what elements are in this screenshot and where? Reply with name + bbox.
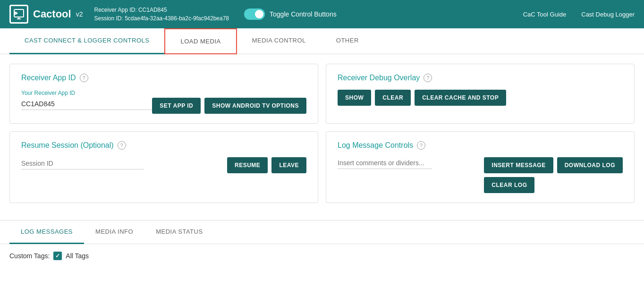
- receiver-debug-overlay-buttons: SHOW CLEAR CLEAR CACHE AND STOP: [338, 90, 623, 106]
- tab-load-media[interactable]: LOAD MEDIA: [164, 28, 237, 54]
- custom-tags-label: Custom Tags:: [9, 252, 50, 260]
- app-header: Cactool v2 Receiver App ID: CC1AD845 Ses…: [0, 0, 644, 28]
- tab-log-messages[interactable]: LOG MESSAGES: [9, 220, 84, 244]
- log-comment-input[interactable]: [338, 157, 432, 169]
- all-tags-label: All Tags: [66, 252, 89, 260]
- receiver-app-id-card: Receiver App ID ? Your Receiver App ID S…: [9, 64, 318, 124]
- receiver-app-id-buttons: SET APP ID SHOW ANDROID TV OPTIONS: [152, 98, 306, 114]
- log-buttons-row1: INSERT MESSAGE DOWNLOAD LOG: [484, 157, 623, 173]
- tab-other[interactable]: OTHER: [321, 28, 374, 54]
- receiver-app-id-input[interactable]: [21, 98, 152, 110]
- receiver-app-id-row: Your Receiver App ID SET APP ID SHOW AND…: [21, 90, 306, 114]
- leave-button[interactable]: LEAVE: [271, 157, 306, 173]
- resume-session-row: RESUME LEAVE: [21, 157, 306, 173]
- set-app-id-button[interactable]: SET APP ID: [152, 98, 201, 114]
- resume-session-help[interactable]: ?: [118, 141, 126, 150]
- app-title: Cactool: [33, 8, 71, 20]
- card-grid: Receiver App ID ? Your Receiver App ID S…: [9, 64, 635, 203]
- log-message-controls-row: INSERT MESSAGE DOWNLOAD LOG CLEAR LOG: [338, 157, 623, 193]
- resume-button[interactable]: RESUME: [227, 157, 268, 173]
- session-id-input[interactable]: [21, 158, 144, 169]
- log-message-controls-title: Log Message Controls ?: [338, 141, 623, 150]
- bottom-tabs: LOG MESSAGES MEDIA INFO MEDIA STATUS: [0, 220, 644, 244]
- resume-session-card: Resume Session (Optional) ? RESUME LEAVE: [9, 131, 318, 203]
- session-id-input-container: [21, 158, 144, 169]
- bottom-section: LOG MESSAGES MEDIA INFO MEDIA STATUS Cus…: [0, 220, 644, 268]
- receiver-app-id-title: Receiver App ID ?: [21, 74, 306, 82]
- all-tags-checkbox[interactable]: [53, 252, 62, 260]
- header-nav: CaC Tool Guide Cast Debug Logger: [523, 11, 635, 18]
- log-input-container: [338, 157, 469, 169]
- download-log-button[interactable]: DOWNLOAD LOG: [557, 157, 623, 173]
- show-button[interactable]: SHOW: [338, 90, 371, 106]
- svg-point-1: [17, 13, 18, 14]
- app-version: v2: [76, 10, 83, 18]
- receiver-app-id-help[interactable]: ?: [80, 74, 88, 82]
- main-tabs: CAST CONNECT & LOGGER CONTROLS LOAD MEDI…: [0, 28, 644, 54]
- cac-tool-guide-link[interactable]: CaC Tool Guide: [523, 11, 567, 18]
- log-message-controls-card: Log Message Controls ? INSERT MESSAGE DO…: [326, 131, 635, 203]
- receiver-debug-overlay-card: Receiver Debug Overlay ? SHOW CLEAR CLEA…: [326, 64, 635, 124]
- toggle-section: Toggle Control Buttons: [244, 8, 337, 20]
- tab-cast-connect[interactable]: CAST CONNECT & LOGGER CONTROLS: [9, 28, 164, 54]
- receiver-debug-overlay-help[interactable]: ?: [424, 74, 432, 82]
- resume-session-left: [21, 158, 227, 173]
- toggle-label: Toggle Control Buttons: [270, 10, 337, 18]
- app-logo: Cactool v2: [9, 5, 83, 24]
- resume-session-title: Resume Session (Optional) ?: [21, 141, 306, 150]
- show-android-tv-button[interactable]: SHOW ANDROID TV OPTIONS: [204, 98, 306, 114]
- session-id-header: Session ID: 5cdae4fa-32aa-4386-ba2c-9fac…: [94, 14, 229, 23]
- logo-icon: [9, 5, 28, 24]
- clear-overlay-button[interactable]: CLEAR: [375, 90, 411, 106]
- log-buttons-row2: CLEAR LOG: [484, 177, 623, 193]
- log-message-controls-help[interactable]: ?: [417, 141, 425, 150]
- custom-tags-section: Custom Tags: All Tags: [0, 244, 644, 268]
- cast-debug-logger-link[interactable]: Cast Debug Logger: [581, 11, 635, 18]
- header-info: Receiver App ID: CC1AD845 Session ID: 5c…: [94, 6, 229, 23]
- receiver-app-id-header: Receiver App ID: CC1AD845: [94, 6, 229, 14]
- receiver-debug-overlay-title: Receiver Debug Overlay ?: [338, 74, 623, 82]
- insert-message-button[interactable]: INSERT MESSAGE: [484, 157, 553, 173]
- clear-log-button[interactable]: CLEAR LOG: [484, 177, 534, 193]
- receiver-app-id-left: Your Receiver App ID: [21, 90, 152, 114]
- log-buttons: INSERT MESSAGE DOWNLOAD LOG CLEAR LOG: [484, 157, 623, 193]
- main-content: Receiver App ID ? Your Receiver App ID S…: [0, 54, 644, 220]
- toggle-control-buttons[interactable]: [244, 8, 265, 20]
- resume-session-buttons: RESUME LEAVE: [227, 157, 306, 173]
- tab-media-status[interactable]: MEDIA STATUS: [144, 220, 214, 244]
- receiver-app-id-input-label: Your Receiver App ID: [21, 90, 152, 96]
- clear-cache-stop-button[interactable]: CLEAR CACHE AND STOP: [415, 90, 506, 106]
- tab-media-control[interactable]: MEDIA CONTROL: [237, 28, 321, 54]
- receiver-app-id-input-container: Your Receiver App ID: [21, 90, 152, 110]
- tab-media-info[interactable]: MEDIA INFO: [84, 220, 144, 244]
